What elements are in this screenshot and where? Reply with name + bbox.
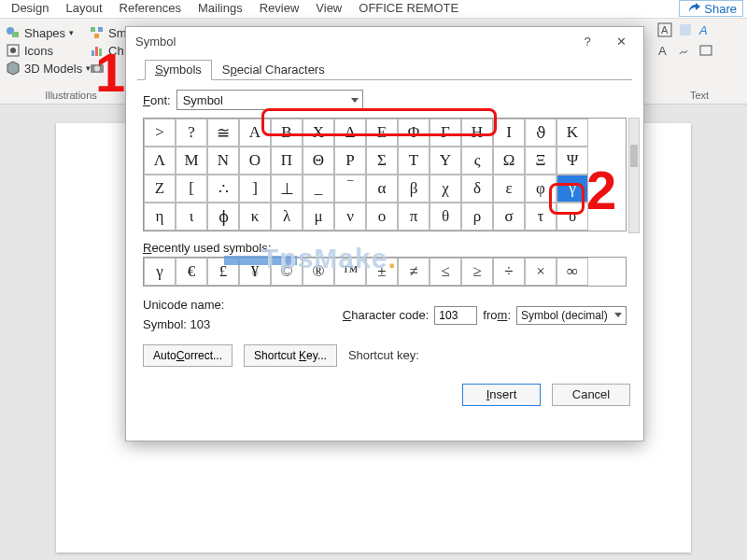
symbol-cell[interactable]: Β [271,119,303,147]
symbol-cell[interactable]: Θ [303,147,334,175]
symbol-cell[interactable]: β [398,175,430,203]
symbol-cell[interactable]: Ο [239,147,271,175]
recent-symbol-cell[interactable]: ¥ [239,258,271,286]
dialog-titlebar[interactable]: Symbol ? ✕ [126,27,643,55]
symbol-cell[interactable]: α [366,175,398,203]
symbol-cell[interactable]: Ε [366,119,398,147]
recent-symbol-cell[interactable]: ∞ [557,258,588,286]
recent-symbol-cell[interactable]: © [271,258,303,286]
grid-scrollbar[interactable] [628,118,640,233]
tab-special-characters[interactable]: Special Characters [212,60,335,80]
share-button[interactable]: Share [679,0,743,17]
scrollbar-thumb[interactable] [630,145,638,167]
symbol-cell[interactable]: Τ [398,147,430,175]
symbol-cell[interactable]: κ [239,203,271,231]
recent-symbol-cell[interactable]: ≠ [398,258,430,286]
symbol-cell[interactable]: Χ [303,119,334,147]
symbol-cell[interactable]: Λ [144,147,176,175]
help-button[interactable]: ? [571,28,604,54]
symbol-cell[interactable]: σ [493,203,525,231]
tab-mailings[interactable]: Mailings [198,0,243,18]
signature-icon[interactable] [678,43,693,58]
character-code-input[interactable] [434,306,477,325]
symbol-cell[interactable]: Γ [430,119,461,147]
tab-layout[interactable]: Layout [65,0,102,18]
symbol-cell[interactable]: ⊥ [271,175,303,203]
wordart-icon[interactable]: A [698,22,713,37]
symbol-cell[interactable]: ς [461,147,493,175]
recent-symbols-grid[interactable]: γ€£¥©®™±≠≤≥÷×∞ [143,257,627,287]
from-select[interactable]: Symbol (decimal) [516,306,627,325]
symbol-cell[interactable]: χ [430,175,461,203]
tab-symbols[interactable]: Symbols [145,60,212,80]
symbol-cell[interactable]: ≅ [207,119,239,147]
symbol-cell[interactable]: Η [461,119,493,147]
symbol-cell[interactable]: Ψ [557,147,588,175]
symbol-cell[interactable]: λ [271,203,303,231]
symbol-cell[interactable]: υ [557,203,588,231]
symbol-cell[interactable]: φ [525,175,557,203]
symbol-cell[interactable]: Μ [176,147,207,175]
symbol-cell[interactable]: Ω [493,147,525,175]
symbol-cell[interactable]: Ζ [144,175,176,203]
tab-view[interactable]: View [316,0,342,18]
recent-symbol-cell[interactable]: × [525,258,557,286]
symbol-cell[interactable]: ο [366,203,398,231]
symbol-cell[interactable]: γ [557,175,588,203]
recent-symbol-cell[interactable]: ® [303,258,334,286]
recent-symbol-cell[interactable]: ™ [334,258,366,286]
tab-references[interactable]: References [120,0,181,18]
symbol-cell[interactable]: π [398,203,430,231]
cancel-button[interactable]: Cancel [552,384,630,406]
symbol-cell[interactable]: ϕ [207,203,239,231]
recent-symbol-cell[interactable]: ± [366,258,398,286]
dropcap-icon[interactable]: A [657,43,672,58]
tab-review[interactable]: Review [260,0,300,18]
shortcut-key-button[interactable]: Shortcut Key... [244,344,337,367]
object-icon[interactable] [698,43,713,58]
symbol-cell[interactable]: Α [239,119,271,147]
quickparts-icon[interactable] [678,22,693,37]
symbol-cell[interactable]: Ι [493,119,525,147]
symbol-cell[interactable]: θ [430,203,461,231]
tab-design[interactable]: Design [11,0,49,18]
recent-symbol-cell[interactable]: ≤ [430,258,461,286]
recent-symbol-cell[interactable]: γ [144,258,176,286]
symbol-cell[interactable]: Υ [430,147,461,175]
recent-symbol-cell[interactable]: ÷ [493,258,525,286]
symbol-cell[interactable]: _ [303,175,334,203]
symbol-cell[interactable]: ϑ [525,119,557,147]
symbol-cell[interactable]: ∴ [207,175,239,203]
autocorrect-button[interactable]: AutoCorrect... [143,344,233,367]
symbol-cell[interactable]: η [144,203,176,231]
symbol-cell[interactable]: Π [271,147,303,175]
symbol-cell[interactable]: ‾ [334,175,366,203]
recent-symbol-cell[interactable]: € [176,258,207,286]
symbol-cell[interactable]: ν [334,203,366,231]
symbol-cell[interactable]: [ [176,175,207,203]
font-select[interactable]: Symbol [176,90,363,110]
recent-symbol-cell[interactable]: ≥ [461,258,493,286]
symbol-cell[interactable]: μ [303,203,334,231]
symbol-cell[interactable]: ρ [461,203,493,231]
tab-office-remote[interactable]: OFFICE REMOTE [359,0,458,18]
symbol-cell[interactable]: Ν [207,147,239,175]
symbol-cell[interactable]: Δ [334,119,366,147]
symbol-cell[interactable]: ] [239,175,271,203]
symbol-cell[interactable]: ε [493,175,525,203]
symbol-cell[interactable]: Ξ [525,147,557,175]
insert-button[interactable]: Insert [462,384,541,406]
symbol-cell[interactable]: τ [525,203,557,231]
symbol-cell[interactable]: Ρ [334,147,366,175]
textbox-icon[interactable]: A [657,22,672,37]
symbol-cell[interactable]: δ [461,175,493,203]
close-button[interactable]: ✕ [604,28,638,54]
symbol-grid[interactable]: >?≅ΑΒΧΔΕΦΓΗΙϑΚΛΜΝΟΠΘΡΣΤΥςΩΞΨΖ[∴]⊥_‾αβχδε… [143,118,627,231]
symbol-cell[interactable]: > [144,119,176,147]
symbol-cell[interactable]: Φ [398,119,430,147]
symbol-cell[interactable]: ι [176,203,207,231]
symbol-cell[interactable]: Κ [557,119,588,147]
symbol-cell[interactable]: ? [176,119,207,147]
recent-symbol-cell[interactable]: £ [207,258,239,286]
symbol-cell[interactable]: Σ [366,147,398,175]
